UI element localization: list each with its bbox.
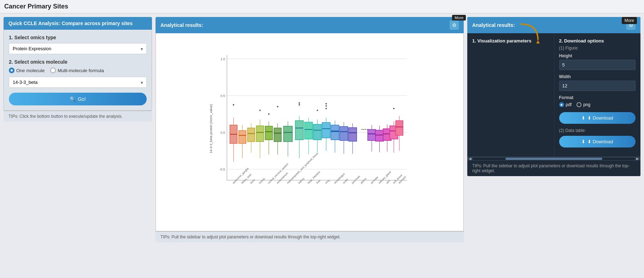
radio-png[interactable]: png — [576, 102, 590, 107]
y-axis-label: 14-3-3_beta protein (norm_value) — [209, 104, 213, 153]
download-table-button[interactable]: ⬇ ⬇ Download — [559, 136, 636, 147]
download-figure-button[interactable]: ⬇ ⬇ Download — [559, 112, 636, 124]
molecule-radio-group: One molecule Multi-molecule formula — [9, 68, 147, 73]
data-table-label: (2) Data table: — [559, 128, 636, 133]
radio-pdf-checked-icon — [559, 102, 564, 107]
svg-point-57 — [326, 105, 327, 106]
right-panel-body: 1. Visualization parameters 2. Download … — [467, 33, 640, 157]
y-tick-1: 1.0 — [221, 57, 225, 61]
omics-type-select[interactable]: Protein Expression mRNA Expression Copy … — [9, 43, 147, 54]
height-label: Height — [559, 53, 636, 58]
right-panel-header: Analytical results: ⚙ — [467, 17, 640, 33]
format-radio-group: pdf png — [559, 102, 636, 107]
download-figure-icon: ⬇ — [581, 115, 585, 121]
right-panel-tips: TIPs: Pull the sidebar to adjust plot pa… — [467, 160, 640, 176]
middle-header-title: Analytical results: — [160, 22, 203, 28]
svg-rect-16 — [247, 128, 255, 141]
radio-checked-icon — [9, 68, 14, 73]
svg-rect-12 — [239, 131, 246, 143]
left-panel-tips: TIPs: Click the bottom button to execute… — [4, 111, 152, 122]
svg-point-27 — [268, 113, 269, 115]
left-panel: Quick CCLE Analysis: Compare across prim… — [4, 17, 152, 122]
svg-point-58 — [326, 103, 327, 104]
svg-text:lung: lung — [324, 179, 330, 184]
svg-point-89 — [393, 108, 394, 109]
svg-point-9 — [233, 104, 234, 105]
svg-text:ovary: ovary — [342, 178, 349, 184]
radio-unchecked-icon — [50, 68, 56, 73]
radio-pdf-label: pdf — [566, 102, 572, 107]
search-icon: 🔍 — [70, 96, 76, 102]
svg-rect-54 — [322, 122, 330, 138]
svg-text:pleura: pleura — [360, 177, 367, 184]
middle-panel: Analytical results: ⚙ More 14-3-3_beta p… — [156, 17, 464, 242]
svg-text:prostate: prostate — [370, 175, 379, 184]
middle-panel-tips: TIPs: Pull the sidebar to adjust plot pa… — [156, 231, 464, 242]
right-panel: More Analytical results: ⚙ 1. Visualizat… — [467, 17, 640, 176]
radio-pdf[interactable]: pdf — [559, 102, 572, 107]
svg-rect-70 — [349, 128, 357, 141]
more-tooltip: More — [622, 17, 637, 24]
scroll-right-arrow[interactable]: ▶ — [636, 157, 639, 161]
section2-label: 2. Select omics molecule — [9, 59, 147, 65]
download-table-label: ⬇ Download — [587, 139, 613, 144]
y-tick-4: -0.5 — [219, 168, 225, 171]
svg-point-42 — [299, 102, 300, 104]
chart-container: 14-3-3_beta protein (norm_value) 1.0 0.5… — [159, 37, 460, 221]
svg-rect-39 — [295, 121, 303, 140]
go-button-label: Go! — [78, 96, 86, 102]
omics-type-wrapper: Protein Expression mRNA Expression Copy … — [9, 43, 147, 54]
scrollbar-track[interactable] — [473, 158, 635, 160]
molecule-select-wrapper: 14-3-3_beta ▾ — [9, 77, 147, 88]
svg-text:pancreas: pancreas — [351, 175, 361, 185]
chart-area: 14-3-3_beta protein (norm_value) 1.0 0.5… — [156, 33, 464, 231]
svg-rect-45 — [304, 122, 312, 139]
svg-rect-35 — [283, 126, 292, 142]
svg-text:kidney: kidney — [298, 177, 305, 184]
width-input[interactable] — [559, 81, 636, 91]
radio-one-label: One molecule — [16, 68, 45, 73]
svg-text:skin: skin — [385, 179, 391, 185]
section1-label: 1. Select omics type — [9, 35, 147, 40]
download-figure-label: ⬇ Download — [587, 115, 613, 121]
middle-panel-header: Analytical results: ⚙ — [156, 17, 464, 33]
svg-rect-75 — [368, 129, 376, 140]
scrollbar-area: ◀ ▶ — [467, 157, 640, 160]
svg-text:breast: breast — [258, 177, 266, 185]
height-input[interactable] — [559, 60, 636, 70]
molecule-select[interactable]: 14-3-3_beta — [9, 77, 147, 88]
radio-one-molecule[interactable]: One molecule — [9, 68, 45, 73]
radio-multi-label: Multi-molecule formula — [58, 68, 104, 73]
format-label: Format — [559, 95, 636, 100]
svg-rect-20 — [256, 126, 264, 142]
boxplot-chart: 14-3-3_beta protein (norm_value) 1.0 0.5… — [159, 37, 460, 221]
download-opts-title: 2. Download options — [559, 38, 636, 44]
scrollbar-thumb — [505, 158, 603, 160]
y-tick-3: 0.0 — [221, 131, 225, 134]
svg-point-41 — [299, 104, 300, 105]
svg-rect-25 — [265, 126, 273, 140]
right-header-title: Analytical results: — [472, 22, 515, 28]
download-opts-section: 2. Download options (1) Figure: Height W… — [554, 33, 641, 157]
go-button[interactable]: 🔍 Go! — [9, 93, 147, 105]
svg-text:bone: bone — [250, 178, 256, 185]
more-badge-middle: More — [452, 15, 466, 21]
radio-png-label: png — [583, 102, 590, 107]
svg-rect-61 — [331, 125, 339, 140]
scroll-left-arrow[interactable]: ◀ — [469, 157, 472, 161]
svg-rect-49 — [313, 124, 321, 140]
svg-rect-30 — [274, 128, 281, 141]
left-panel-header: Quick CCLE Analysis: Compare across prim… — [4, 17, 152, 30]
middle-gear-button[interactable]: ⚙ — [450, 21, 459, 30]
svg-point-51 — [317, 110, 318, 111]
svg-rect-92 — [396, 121, 403, 135]
page-title: Cancer Primary Sites — [0, 0, 644, 13]
left-panel-body: 1. Select omics type Protein Expression … — [4, 30, 152, 111]
right-analytical-panel: Analytical results: ⚙ 1. Visualization p… — [467, 17, 640, 176]
figure-label: (1) Figure: — [559, 46, 636, 51]
radio-multi-molecule[interactable]: Multi-molecule formula — [50, 68, 104, 73]
svg-point-32 — [277, 106, 278, 108]
svg-rect-66 — [340, 127, 348, 141]
svg-point-22 — [259, 110, 261, 111]
svg-text:liver: liver — [316, 179, 321, 184]
